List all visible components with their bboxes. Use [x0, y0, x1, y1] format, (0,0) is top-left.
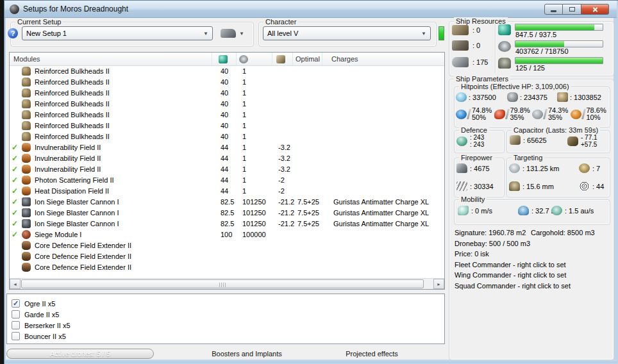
horizontal-scrollbar[interactable]: ◄ ► [10, 278, 444, 289]
module-name: Reinforced Bulkheads II [35, 100, 214, 108]
max-velocity-icon [458, 206, 469, 215]
hardener-module-icon [22, 165, 31, 174]
minimize-icon [551, 10, 556, 12]
firepower-label: Firepower [459, 154, 494, 162]
module-cap-use: -2 [274, 187, 295, 195]
module-cpu: 44 [214, 176, 238, 184]
module-row[interactable]: Reinforced Bulkheads II401 [10, 87, 444, 98]
tab-boosters-and-implants[interactable]: Boosters and Implants [154, 350, 340, 358]
divider [467, 109, 471, 119]
scroll-right-button[interactable]: ► [433, 279, 444, 289]
scrollbar-thumb[interactable] [21, 279, 424, 288]
capacitor-recharge: +57.5 [581, 141, 597, 148]
shield-hp: : 337500 [456, 92, 496, 102]
module-row[interactable]: Reinforced Bulkheads II401 [10, 98, 444, 109]
current-setup-label: Current Setup [15, 18, 63, 26]
module-cpu: 44 [214, 165, 238, 173]
explosive-resist-base: 10% [587, 114, 606, 121]
powergrid-column-header [237, 53, 272, 65]
module-row[interactable]: ✓Invulnerability Field II441-3.2 [10, 142, 444, 153]
bulkhead-module-icon [22, 67, 31, 76]
maximize-button[interactable] [563, 4, 581, 15]
help-icon[interactable]: ? [8, 28, 18, 38]
cpu-column-header [212, 53, 237, 65]
drone-checkbox[interactable] [12, 321, 20, 329]
active-check-icon: ✓ [10, 154, 22, 162]
module-row[interactable]: ✓Ion Siege Blaster Cannon I82.5101250-21… [10, 218, 444, 229]
module-row[interactable]: ✓Photon Scattering Field II441-2 [10, 174, 444, 185]
armor-icon [507, 92, 518, 102]
active-drones-button[interactable]: Active drones: 5 / 5 [6, 349, 154, 359]
scan-resolution-value: : 44 [592, 183, 604, 190]
module-rows: Reinforced Bulkheads II401Reinforced Bul… [10, 65, 444, 278]
align-time-icon [518, 206, 529, 215]
tab-projected-effects[interactable]: Projected effects [321, 350, 423, 358]
module-cap-use: -3.2 [274, 165, 295, 173]
module-powergrid: 1 [238, 67, 274, 75]
setup-select-arrow[interactable]: ▼ [201, 27, 211, 40]
setup-select[interactable]: New Setup 1 ▼ [22, 26, 213, 40]
module-row[interactable]: ✓Ion Siege Blaster Cannon I82.5101250-21… [10, 207, 444, 218]
close-button[interactable] [581, 4, 609, 15]
module-optimal: 7.5+25 [295, 209, 324, 217]
module-row[interactable]: Reinforced Bulkheads II401 [10, 120, 444, 131]
active-check-icon: ✓ [10, 198, 22, 206]
blaster-module-icon [22, 219, 31, 228]
character-select[interactable]: All level V ▼ [263, 26, 431, 40]
bulkhead-module-icon [22, 78, 31, 87]
module-name: Core Defence Field Extender II [35, 252, 214, 260]
module-row[interactable]: Reinforced Bulkheads II401 [10, 65, 444, 76]
modules-list-header: Modules Optimal Charges [10, 53, 444, 66]
module-row[interactable]: ✓Heat Dissipation Field II441-2 [10, 185, 444, 196]
screen: { "window": { "title": "Setups for Moros… [0, 0, 618, 364]
bulkhead-module-icon [22, 99, 31, 108]
module-row[interactable]: ✓Siege Module I100100000 [10, 229, 444, 240]
arrow-left-icon: ◄ [13, 282, 17, 286]
drone-checkbox-checked[interactable]: ✓ [12, 299, 20, 308]
module-row[interactable]: Reinforced Bulkheads II401 [10, 76, 444, 87]
drone-row[interactable]: Garde II x5 [7, 309, 444, 320]
module-powergrid: 1 [238, 154, 274, 162]
chevron-down-icon: ▼ [421, 31, 426, 37]
active-check-icon: ✓ [10, 144, 22, 151]
minimize-button[interactable] [544, 4, 563, 15]
modules-list: Modules Optimal Charges Reinforced Bulkh… [9, 52, 445, 290]
module-powergrid: 1 [238, 187, 274, 195]
drone-row[interactable]: Berserker II x5 [7, 320, 444, 331]
title-bar[interactable]: Setups for Moros Dreadnought [4, 1, 617, 18]
bulkhead-module-icon [22, 121, 31, 130]
module-cpu: 100 [214, 231, 238, 238]
scrollbar-track[interactable] [424, 279, 433, 289]
drone-row[interactable]: Bouncer II x5 [7, 331, 444, 342]
module-row[interactable]: Reinforced Bulkheads II401 [10, 109, 444, 120]
drone-checkbox[interactable] [12, 332, 20, 340]
module-row[interactable]: ✓Ion Siege Blaster Cannon I82.5101250-21… [10, 196, 444, 207]
module-name: Ion Siege Blaster Cannon I [35, 220, 214, 228]
turret-dps-value: : 4675 [470, 165, 490, 172]
module-row[interactable]: Core Defence Field Extender II [10, 240, 444, 251]
drone-row[interactable]: ✓Ogre II x5 [7, 298, 444, 309]
module-name: Reinforced Bulkheads II [35, 133, 214, 140]
kinetic-resist-base: 35% [548, 114, 568, 121]
siege-module-icon [22, 230, 31, 239]
module-row[interactable]: ✓Invulnerability Field II441-3.2 [10, 163, 444, 174]
module-cap-use: -21.2 [274, 220, 295, 228]
module-row[interactable]: Core Defence Field Extender II [10, 261, 444, 272]
max-velocity-value: : 0 m/s [471, 207, 492, 215]
scroll-left-button[interactable]: ◄ [10, 279, 21, 289]
setup-actions-button[interactable]: ▼ [221, 29, 244, 38]
blaster-module-icon [22, 197, 31, 206]
module-row[interactable]: Core Defence Field Extender II [10, 251, 444, 261]
turret-slots-row: : 0 [452, 24, 480, 37]
drone-checkbox[interactable] [12, 310, 20, 318]
character-select-arrow[interactable]: ▼ [419, 27, 429, 40]
active-check-icon: ✓ [10, 231, 22, 238]
em-resist-icon [456, 110, 467, 119]
module-row[interactable]: Reinforced Bulkheads II401 [10, 131, 444, 142]
module-charge: Guristas Antimatter Charge XL [324, 198, 444, 206]
structure-hp: : 1303852 [557, 92, 608, 102]
module-row[interactable]: ✓Invulnerability Field II441-3.2 [10, 153, 444, 163]
capacitor-battery-icon [567, 136, 578, 146]
warp-speed-value: : 1.5 au/s [565, 207, 594, 215]
module-name: Core Defence Field Extender II [35, 242, 214, 249]
